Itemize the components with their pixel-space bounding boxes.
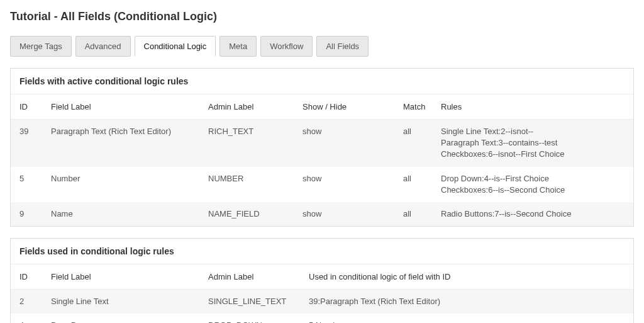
cell-rules: Drop Down:4--is--First Choice Checkboxes…	[432, 167, 633, 202]
panel-title-used: Fields used in conditional logic rules	[11, 239, 633, 264]
col-admin-label: Admin Label	[199, 264, 300, 290]
col-id: ID	[11, 94, 42, 120]
cell-admin-label: RICH_TEXT	[199, 120, 294, 167]
cell-rules: Radio Buttons:7--is--Second Choice	[432, 202, 633, 226]
col-show-hide: Show / Hide	[294, 94, 394, 120]
col-field-label: Field Label	[42, 264, 199, 290]
cell-id: 2	[11, 290, 42, 314]
cell-field-label: Drop Down	[42, 314, 199, 323]
table-row: 4Drop DownDROP_DOWN5:Number	[11, 314, 633, 323]
col-id: ID	[11, 264, 42, 290]
col-match: Match	[394, 94, 432, 120]
cell-field-label: Paragraph Text (Rich Text Editor)	[42, 120, 199, 167]
cell-match: all	[394, 120, 432, 167]
table-row: 2Single Line TextSINGLE_LINE_TEXT39:Para…	[11, 290, 633, 314]
cell-id: 5	[11, 167, 42, 202]
col-rules: Rules	[432, 94, 633, 120]
cell-id: 39	[11, 120, 42, 167]
tab-conditional-logic[interactable]: Conditional Logic	[135, 36, 216, 57]
cell-show-hide: show	[294, 167, 394, 202]
cell-id: 4	[11, 314, 42, 323]
cell-show-hide: show	[294, 120, 394, 167]
tab-advanced[interactable]: Advanced	[75, 36, 131, 57]
tab-merge-tags[interactable]: Merge Tags	[10, 36, 72, 57]
cell-field-label: Name	[42, 202, 199, 226]
table-used-in-rules: ID Field Label Admin Label Used in condi…	[11, 264, 633, 323]
table-row: 39Paragraph Text (Rich Text Editor)RICH_…	[11, 120, 633, 167]
cell-admin-label: SINGLE_LINE_TEXT	[199, 290, 300, 314]
cell-id: 9	[11, 202, 42, 226]
panel-title-active: Fields with active conditional logic rul…	[11, 69, 633, 94]
col-used-in: Used in conditional logic of field with …	[300, 264, 633, 290]
page-title: Tutorial - All Fields (Conditional Logic…	[10, 10, 634, 23]
cell-match: all	[394, 202, 432, 226]
table-row: 9NameNAME_FIELDshowallRadio Buttons:7--i…	[11, 202, 633, 226]
tab-all-fields[interactable]: All Fields	[316, 36, 369, 57]
cell-admin-label: NUMBER	[199, 167, 294, 202]
cell-field-label: Number	[42, 167, 199, 202]
panel-used-in-rules: Fields used in conditional logic rules I…	[10, 238, 634, 323]
tab-workflow[interactable]: Workflow	[260, 36, 313, 57]
cell-used-in: 39:Paragraph Text (Rich Text Editor)	[300, 290, 633, 314]
table-active-rules: ID Field Label Admin Label Show / Hide M…	[11, 94, 633, 226]
cell-show-hide: show	[294, 202, 394, 226]
cell-admin-label: NAME_FIELD	[199, 202, 294, 226]
cell-admin-label: DROP_DOWN	[199, 314, 300, 323]
col-admin-label: Admin Label	[199, 94, 294, 120]
cell-match: all	[394, 167, 432, 202]
panel-active-rules: Fields with active conditional logic rul…	[10, 68, 634, 227]
cell-used-in: 5:Number	[300, 314, 633, 323]
col-field-label: Field Label	[42, 94, 199, 120]
table-row: 5NumberNUMBERshowallDrop Down:4--is--Fir…	[11, 167, 633, 202]
cell-field-label: Single Line Text	[42, 290, 199, 314]
tab-bar: Merge TagsAdvancedConditional LogicMetaW…	[10, 36, 634, 57]
tab-meta[interactable]: Meta	[219, 36, 257, 57]
cell-rules: Single Line Text:2--isnot-- Paragraph Te…	[432, 120, 633, 167]
